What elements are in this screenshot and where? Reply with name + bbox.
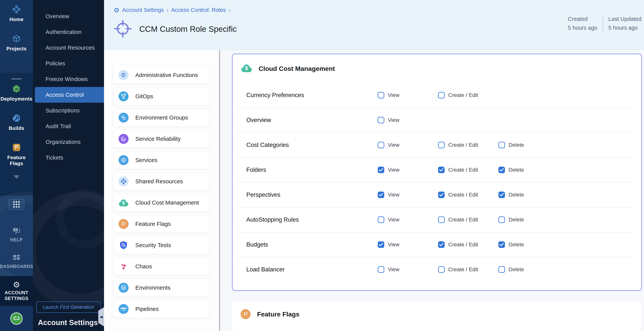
checkbox-view-checked[interactable] — [378, 241, 384, 248]
sidebar-item-feature-flags[interactable]: Feature Flags — [0, 143, 33, 166]
resource-item-label: Environment Groups — [136, 114, 188, 121]
feature-flags-card: Feature Flags — [232, 300, 642, 331]
sidebar-item-projects[interactable]: Projects — [0, 34, 33, 52]
nav-item-organizations[interactable]: Organizations — [33, 134, 104, 150]
resource-item-service-reliability[interactable]: Service Reliability — [113, 130, 210, 148]
nav-item-tickets[interactable]: Tickets — [33, 150, 104, 166]
main-region: ⚙ Account Settings › Access Control: Rol… — [104, 0, 644, 331]
breadcrumb-account-settings[interactable]: Account Settings — [122, 7, 164, 13]
module-sidebar: Home Projects ∞ Deployments Bu — [0, 0, 33, 331]
chevron-down-icon[interactable] — [14, 175, 20, 179]
ff-card-header: Feature Flags — [240, 309, 300, 319]
nav-item-policies[interactable]: Policies — [33, 56, 104, 71]
sidebar-item-help[interactable]: ? HELP — [0, 227, 33, 242]
checkbox-label: Create / Edit — [448, 142, 478, 148]
resource-item-label: Chaos — [136, 263, 152, 270]
permission-col-view: View — [378, 167, 438, 173]
card-gap — [232, 291, 642, 300]
perm-section-title: Cloud Cost Management — [258, 65, 335, 72]
ff-icon — [118, 219, 128, 229]
resource-item-security-tests[interactable]: Security Tests — [113, 236, 210, 254]
checkbox-create-edit-unchecked[interactable] — [438, 216, 444, 223]
resource-item-label: Shared Resources — [136, 178, 183, 185]
checkbox-label: View — [388, 142, 400, 148]
breadcrumb-access-control-roles[interactable]: Access Control: Roles — [171, 7, 226, 13]
checkbox-label: Delete — [508, 192, 524, 198]
checkbox-view-unchecked[interactable] — [378, 216, 384, 223]
resource-item-services[interactable]: Services — [113, 151, 210, 169]
sidebar-item-deployments[interactable]: ∞ Deployments — [0, 84, 33, 102]
gear-icon: ⚙ — [13, 281, 20, 289]
checkbox-label: View — [388, 92, 400, 98]
checkbox-view-unchecked[interactable] — [378, 117, 384, 123]
sidebar-item-account-settings[interactable]: ⚙ ACCOUNT SETTINGS — [0, 276, 33, 306]
cloud-cost-management-card: $ Cloud Cost Management Currency Prefere… — [232, 54, 642, 291]
permission-col-view: View — [378, 117, 438, 123]
flag-icon — [12, 143, 21, 153]
nav-item-account-resources[interactable]: Account Resources — [33, 40, 104, 56]
permission-row-currency-preferences: Currency PreferencesViewCreate / Edit — [232, 83, 641, 108]
nav-item-authentication[interactable]: Authentication — [33, 24, 104, 40]
nav-item-audit-trail[interactable]: Audit Trail — [33, 118, 104, 134]
permission-row-label: Currency Preferences — [246, 92, 378, 99]
resource-item-label: Services — [136, 157, 158, 164]
checkbox-create-edit-unchecked[interactable] — [438, 142, 444, 148]
checkbox-delete-checked[interactable] — [498, 167, 505, 173]
resource-item-environment-groups[interactable]: Environment Groups — [113, 108, 210, 126]
checkbox-delete-checked[interactable] — [498, 241, 505, 248]
resource-item-cloud-cost-management[interactable]: $Cloud Cost Management — [113, 194, 210, 212]
last-updated-block: Last Updated 5 hours ago — [602, 14, 644, 32]
sidebar-item-dashboards[interactable]: DASHBOARDS — [0, 254, 33, 269]
sidebar-item-home[interactable]: Home — [0, 5, 33, 22]
reliability-icon — [118, 134, 128, 144]
launch-first-generation-button[interactable]: Launch First Generation — [36, 302, 100, 313]
resource-item-label: Administrative Functions — [136, 72, 198, 78]
nav-item-freeze-windows[interactable]: Freeze Windows — [33, 71, 104, 87]
checkbox-view-unchecked[interactable] — [378, 92, 384, 98]
resource-item-administrative-functions[interactable]: ⚙Administrative Functions — [113, 66, 210, 84]
checkbox-create-edit-checked[interactable] — [438, 241, 444, 248]
page-title: CCM Custom Role Specific — [139, 24, 237, 34]
security-icon — [118, 240, 128, 250]
checkbox-view-checked[interactable] — [378, 167, 384, 173]
checkbox-delete-unchecked[interactable] — [498, 216, 505, 223]
permission-row-label: Budgets — [246, 241, 378, 248]
permission-col-create-edit: Create / Edit — [438, 266, 498, 273]
envgroups-icon — [118, 113, 128, 122]
checkbox-delete-unchecked[interactable] — [498, 266, 505, 273]
nav-bottom: Launch First Generation Account Settings — [33, 302, 104, 331]
svg-text:$: $ — [122, 200, 125, 205]
checkbox-create-edit-checked[interactable] — [438, 167, 444, 173]
checkbox-create-edit-checked[interactable] — [438, 192, 444, 198]
checkbox-create-edit-unchecked[interactable] — [438, 92, 444, 98]
checkbox-label: View — [388, 242, 400, 248]
avatar[interactable]: CJ — [10, 312, 22, 325]
svg-text:∞: ∞ — [15, 86, 18, 91]
panel-scrollbar[interactable] — [218, 50, 220, 331]
sidebar-item-builds[interactable]: Builds — [0, 114, 33, 131]
checkbox-create-edit-unchecked[interactable] — [438, 266, 444, 273]
checkbox-label: View — [388, 117, 400, 123]
module-switcher-button[interactable] — [8, 199, 24, 210]
resource-item-gitops[interactable]: GitOps — [113, 87, 210, 105]
shared-icon — [118, 176, 128, 186]
resource-item-feature-flags[interactable]: Feature Flags — [113, 215, 210, 233]
permission-col-view: View — [378, 241, 438, 248]
nav-item-access-control[interactable]: Access Control — [35, 87, 104, 103]
resource-item-pipelines[interactable]: Pipelines — [113, 300, 210, 318]
checkbox-view-unchecked[interactable] — [378, 142, 384, 148]
checkbox-view-unchecked[interactable] — [378, 266, 384, 273]
checkbox-delete-checked[interactable] — [498, 192, 505, 198]
module-group-low: ? HELP DASHBOARDS — [0, 196, 33, 276]
checkbox-delete-unchecked[interactable] — [498, 142, 505, 148]
resource-item-environments[interactable]: Environments — [113, 279, 210, 297]
resource-item-chaos[interactable]: Chaos — [113, 258, 210, 276]
help-chat-icon: ? — [12, 227, 21, 236]
nav-item-overview[interactable]: Overview — [33, 8, 104, 24]
resource-item-shared-resources[interactable]: Shared Resources — [113, 172, 210, 190]
app-window: Home Projects ∞ Deployments Bu — [0, 0, 644, 331]
permission-col-delete: Delete — [498, 142, 559, 148]
checkbox-view-checked[interactable] — [378, 192, 384, 198]
nav-item-subscriptions[interactable]: Subscriptions — [33, 103, 104, 118]
content-row: ⚙Administrative FunctionsGitOpsEnvironme… — [104, 50, 644, 331]
